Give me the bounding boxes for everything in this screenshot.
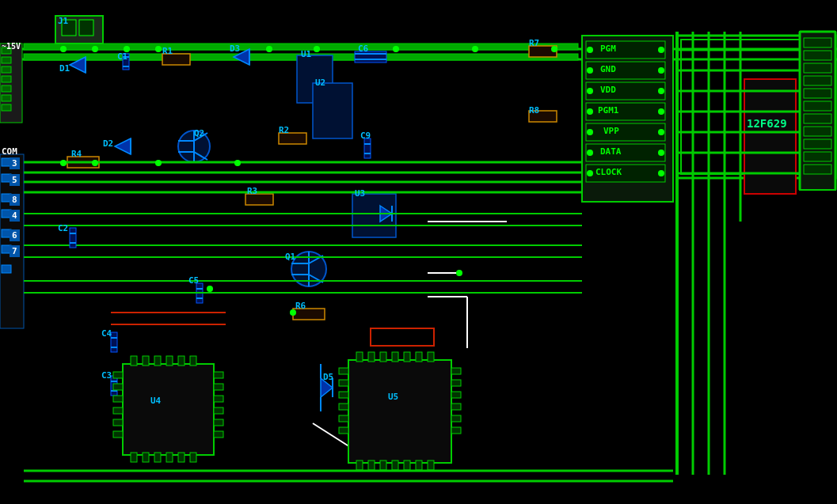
svg-rect-6 [2,66,11,73]
svg-point-51 [587,170,593,176]
svg-point-217 [234,160,241,166]
svg-rect-7 [2,76,11,82]
svg-rect-69 [804,127,831,136]
svg-rect-44 [586,165,665,182]
svg-rect-156 [214,407,223,414]
svg-rect-63 [804,51,831,60]
svg-rect-19 [24,44,578,50]
svg-rect-154 [214,384,223,390]
svg-rect-64 [804,63,831,73]
svg-rect-172 [368,352,375,362]
svg-point-205 [60,46,67,52]
svg-point-50 [587,150,593,156]
svg-rect-65 [804,76,831,85]
svg-point-211 [393,46,399,52]
svg-point-55 [658,108,664,115]
svg-rect-29 [162,54,190,65]
svg-point-219 [290,309,296,316]
svg-rect-163 [348,360,451,463]
svg-rect-98 [279,133,306,144]
svg-rect-179 [339,380,348,386]
svg-rect-152 [113,431,123,438]
svg-rect-128 [111,332,117,352]
svg-rect-15 [2,210,11,218]
svg-rect-174 [392,352,398,362]
svg-point-46 [587,67,593,74]
svg-rect-155 [214,396,223,402]
svg-point-53 [658,67,664,74]
svg-rect-173 [380,352,386,362]
svg-rect-149 [113,396,123,402]
svg-rect-151 [113,419,123,426]
svg-rect-14 [2,194,11,202]
svg-rect-103 [245,194,273,205]
svg-rect-165 [368,460,375,470]
svg-rect-107 [529,111,557,122]
svg-rect-38 [586,41,665,59]
svg-rect-62 [804,38,831,47]
svg-rect-147 [113,372,123,378]
svg-rect-66 [804,89,831,98]
svg-point-209 [266,46,272,52]
svg-point-48 [587,108,593,115]
svg-rect-22 [62,20,76,36]
svg-rect-184 [451,368,461,374]
svg-rect-146 [190,356,196,366]
svg-point-216 [155,160,162,166]
svg-rect-4 [2,47,11,54]
svg-rect-185 [451,380,461,386]
svg-rect-134 [123,364,214,455]
svg-rect-175 [404,352,410,362]
svg-rect-188 [451,415,461,422]
svg-rect-141 [131,356,137,366]
svg-rect-166 [380,460,386,470]
svg-point-56 [658,129,664,135]
svg-rect-139 [178,453,185,462]
svg-point-210 [314,46,320,52]
svg-rect-140 [190,453,196,462]
svg-point-207 [124,46,130,52]
svg-rect-42 [586,123,665,141]
svg-rect-180 [339,392,348,398]
svg-point-58 [658,170,664,176]
svg-rect-178 [339,368,348,374]
svg-point-45 [587,47,593,53]
svg-rect-72 [804,165,831,174]
svg-rect-189 [451,427,461,434]
svg-rect-167 [392,460,398,470]
svg-rect-202 [70,228,76,248]
svg-rect-5 [2,57,11,63]
svg-point-220 [456,270,462,276]
svg-rect-187 [451,404,461,410]
svg-rect-144 [166,356,173,366]
svg-rect-68 [804,114,831,123]
svg-rect-10 [2,104,11,111]
svg-rect-117 [293,309,325,320]
svg-rect-157 [214,419,223,426]
svg-rect-16 [2,229,11,237]
svg-rect-158 [214,431,223,438]
svg-rect-70 [804,139,831,149]
svg-point-213 [551,46,557,52]
svg-rect-12 [2,158,11,166]
svg-point-212 [472,46,478,52]
svg-rect-150 [113,407,123,414]
svg-rect-23 [79,20,93,36]
svg-point-215 [92,160,98,166]
svg-point-49 [587,129,593,135]
svg-rect-148 [113,384,123,390]
svg-point-214 [60,160,67,166]
pcb-schematic: J1 ~15V D1 C1 R1 D3 U1 C6 R7 PGM GND VDD… [0,0,837,504]
svg-rect-181 [339,404,348,410]
svg-rect-18 [2,265,11,273]
svg-rect-164 [356,460,363,470]
svg-rect-145 [178,356,185,366]
svg-rect-39 [586,62,665,79]
svg-rect-170 [428,460,434,470]
svg-rect-8 [2,85,11,92]
svg-rect-138 [166,453,173,462]
svg-rect-171 [356,352,363,362]
svg-rect-176 [416,352,422,362]
svg-point-52 [658,47,664,53]
svg-rect-142 [143,356,149,366]
